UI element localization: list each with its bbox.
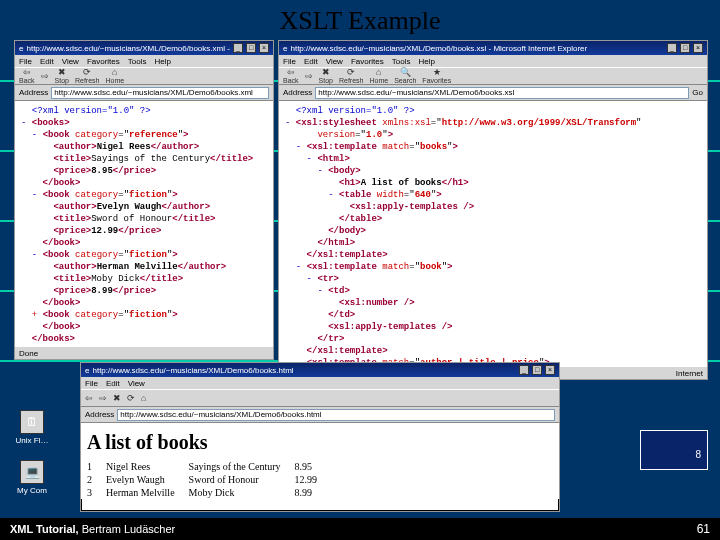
browser-window-output: e http://www.sdsc.edu/~musicians/XML/Dem…	[80, 362, 560, 512]
menu-file[interactable]: File	[283, 57, 296, 66]
slide-footer: XML Tutorial, Bertram Ludäscher 61	[0, 518, 720, 540]
close-button[interactable]: ×	[693, 43, 703, 53]
menu-help[interactable]: Help	[154, 57, 170, 66]
search-button[interactable]: 🔍Search	[394, 68, 416, 84]
output-content: A list of books 1Nigel ReesSayings of th…	[81, 423, 559, 499]
go-button[interactable]: Go	[692, 88, 703, 97]
minimize-button[interactable]: _	[667, 43, 677, 53]
slide-title: XSLT Example	[0, 6, 720, 36]
window-title: http://www.sdsc.edu/~musicians/XML/Demo6…	[92, 366, 516, 375]
address-bar: Address Go	[279, 85, 707, 101]
output-heading: A list of books	[87, 431, 553, 454]
page-number: 61	[697, 522, 710, 536]
back-button[interactable]: ⇦Back	[283, 68, 299, 84]
close-button[interactable]: ×	[545, 365, 555, 375]
back-button[interactable]: ⇦Back	[19, 68, 35, 84]
desktop-icon[interactable]: 💻 My Com	[10, 460, 54, 495]
toolbar: ⇦ ⇨ ✖ ⟳ ⌂	[81, 389, 559, 407]
menu-tools[interactable]: Tools	[128, 57, 147, 66]
maximize-button[interactable]: □	[246, 43, 256, 53]
forward-button[interactable]: ⇨	[41, 72, 49, 81]
minimize-button[interactable]: _	[233, 43, 243, 53]
title-bar[interactable]: e http://www.sdsc.edu/~musicians/XML/Dem…	[279, 41, 707, 55]
menu-help[interactable]: Help	[418, 57, 434, 66]
toolbar: ⇦Back ⇨ ✖Stop ⟳Refresh ⌂Home 🔍Search ★Fa…	[279, 67, 707, 85]
stop-button[interactable]: ✖Stop	[55, 68, 69, 84]
address-bar: Address	[81, 407, 559, 423]
address-input[interactable]	[51, 87, 269, 99]
address-input[interactable]	[117, 409, 555, 421]
browser-window-xml: e http://www.sdsc.edu/~musicians/XML/Dem…	[14, 40, 274, 360]
window-title: http://www.sdsc.edu/~musicians/XML/Demo6…	[26, 44, 230, 53]
menu-view[interactable]: View	[326, 57, 343, 66]
maximize-button[interactable]: □	[680, 43, 690, 53]
menu-file[interactable]: File	[85, 379, 98, 388]
xsl-content: <?xml version="1.0" ?> - <xsl:stylesheet…	[279, 101, 707, 367]
stop-button[interactable]: ✖	[113, 394, 121, 403]
maximize-button[interactable]: □	[532, 365, 542, 375]
title-bar[interactable]: e http://www.sdsc.edu/~musicians/XML/Dem…	[15, 41, 273, 55]
address-bar: Address	[15, 85, 273, 101]
toolbar: ⇦Back ⇨ ✖Stop ⟳Refresh ⌂Home	[15, 67, 273, 85]
address-input[interactable]	[315, 87, 689, 99]
refresh-button[interactable]: ⟳	[127, 394, 135, 403]
stop-button[interactable]: ✖Stop	[319, 68, 333, 84]
output-table: 1Nigel ReesSayings of the Century8.952Ev…	[87, 460, 331, 499]
menu-bar: File Edit View Favorites Tools Help	[15, 55, 273, 67]
browser-window-xsl: e http://www.sdsc.edu/~musicians/XML/Dem…	[278, 40, 708, 380]
ie-icon: e	[19, 44, 23, 53]
background-window: 8	[640, 430, 708, 470]
menu-view[interactable]: View	[128, 379, 145, 388]
forward-button[interactable]: ⇨	[99, 394, 107, 403]
menu-favorites[interactable]: Favorites	[87, 57, 120, 66]
menu-bar: File Edit View Favorites Tools Help	[279, 55, 707, 67]
menu-file[interactable]: File	[19, 57, 32, 66]
window-title: http://www.sdsc.edu/~musicians/XML/Demo6…	[290, 44, 664, 53]
table-row: 1Nigel ReesSayings of the Century8.95	[87, 460, 331, 473]
status-bar: Done	[15, 347, 273, 359]
table-row: 2Evelyn WaughSword of Honour12.99	[87, 473, 331, 486]
table-row: 3Herman MelvilleMoby Dick8.99	[87, 486, 331, 499]
menu-tools[interactable]: Tools	[392, 57, 411, 66]
title-bar[interactable]: e http://www.sdsc.edu/~musicians/XML/Dem…	[81, 363, 559, 377]
ie-icon: e	[85, 366, 89, 375]
forward-button[interactable]: ⇨	[305, 72, 313, 81]
refresh-button[interactable]: ⟳Refresh	[75, 68, 100, 84]
refresh-button[interactable]: ⟳Refresh	[339, 68, 364, 84]
close-button[interactable]: ×	[259, 43, 269, 53]
menu-edit[interactable]: Edit	[106, 379, 120, 388]
home-button[interactable]: ⌂Home	[105, 68, 124, 84]
menu-view[interactable]: View	[62, 57, 79, 66]
favorites-button[interactable]: ★Favorites	[422, 68, 451, 84]
minimize-button[interactable]: _	[519, 365, 529, 375]
desktop-icon[interactable]: 🗓 Unix Fl…	[10, 410, 54, 445]
menu-edit[interactable]: Edit	[40, 57, 54, 66]
home-button[interactable]: ⌂	[141, 394, 146, 403]
home-button[interactable]: ⌂Home	[369, 68, 388, 84]
menu-edit[interactable]: Edit	[304, 57, 318, 66]
menu-bar: File Edit View	[81, 377, 559, 389]
back-button[interactable]: ⇦	[85, 394, 93, 403]
menu-favorites[interactable]: Favorites	[351, 57, 384, 66]
xml-content: <?xml version="1.0" ?> - <books> - <book…	[15, 101, 273, 347]
ie-icon: e	[283, 44, 287, 53]
